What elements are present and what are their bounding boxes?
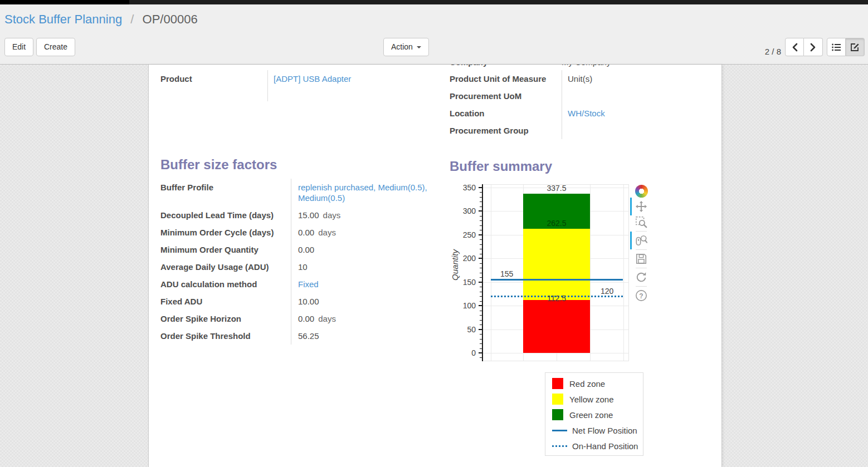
field-value-cell: Fixed — [291, 276, 433, 293]
product-group-right: Product Unit of MeasureUnit(s)Procuremen… — [450, 70, 711, 139]
field-label: Fixed ADU — [160, 293, 291, 310]
y-major-tick — [479, 210, 482, 212]
pan-icon[interactable] — [634, 199, 648, 214]
field-value-cell: Unit(s) — [562, 70, 712, 87]
form-view-button[interactable] — [846, 38, 865, 56]
legend-item[interactable]: Yellow zone — [552, 394, 637, 405]
y-minor-tick — [480, 343, 482, 344]
pager-previous-button[interactable] — [785, 38, 804, 56]
y-minor-tick — [480, 311, 482, 311]
control-panel: Stock Buffer Planning / OP/00006 Edit Cr… — [0, 4, 868, 64]
y-minor-tick — [480, 244, 482, 245]
field-row: Order Spike Horizon0.00days — [160, 310, 433, 327]
y-minor-tick — [480, 315, 482, 316]
h-gridline — [483, 353, 628, 353]
green-zone-swatch — [552, 409, 563, 420]
legend-item[interactable]: Green zone — [552, 409, 637, 420]
action-dropdown-label: Action — [391, 42, 413, 51]
field-value-link[interactable]: WH/Stock — [568, 109, 605, 118]
field-row: Buffer Profilereplenish purchased, Mediu… — [160, 179, 433, 207]
field-label: Procurement UoM — [450, 87, 562, 105]
y-minor-tick — [480, 320, 482, 321]
on-hand-position-swatch — [552, 445, 567, 447]
legend-item[interactable]: Net Flow Position — [552, 425, 637, 436]
wheel-zoom-icon[interactable] — [634, 233, 648, 248]
section-title-buffer-summary: Buffer summary — [450, 159, 552, 174]
chart-value-label: 262.5 — [547, 219, 566, 228]
chart-value-label: 112.5 — [547, 294, 566, 303]
top-menu-bar-segment — [0, 0, 129, 4]
field-value-cell: 0.00days — [291, 310, 433, 327]
y-minor-tick — [480, 249, 482, 249]
yellow-zone — [523, 229, 590, 299]
field-row: Average Daily Usage (ADU)10 — [160, 258, 433, 276]
field-value: 10.00 — [298, 297, 319, 306]
legend-item[interactable]: Red zone — [552, 378, 637, 389]
chart-value-label: 155 — [500, 270, 513, 278]
breadcrumb: Stock Buffer Planning / OP/00006 — [4, 11, 198, 28]
y-axis-title: Quantity — [450, 232, 461, 298]
field-row: Fixed ADU10.00 — [160, 293, 433, 310]
help-icon[interactable]: ? — [634, 288, 648, 303]
y-minor-tick — [480, 325, 482, 325]
field-value-cell: 10 — [291, 258, 433, 276]
save-icon[interactable] — [634, 252, 648, 266]
field-value-link[interactable]: replenish purchased, Medium(0.5), Medium… — [298, 183, 427, 203]
field-label-company: Company — [450, 65, 487, 67]
field-row: LocationWH/Stock — [450, 105, 711, 122]
net-flow-position-line — [491, 279, 623, 281]
field-value-cell: replenish purchased, Medium(0.5), Medium… — [291, 179, 433, 207]
field-value-cell — [562, 122, 712, 139]
field-value-suffix: days — [323, 210, 341, 220]
breadcrumb-parent-link[interactable]: Stock Buffer Planning — [4, 12, 122, 26]
field-row: Procurement Group — [450, 122, 711, 139]
chart-toolbar: ? — [632, 183, 651, 303]
y-minor-tick — [480, 287, 482, 287]
action-dropdown-button[interactable]: Action — [383, 38, 429, 56]
field-value-link[interactable]: Fixed — [298, 279, 319, 289]
toolbar-separator — [636, 231, 647, 232]
list-icon — [832, 43, 841, 51]
v-gridline — [623, 185, 624, 361]
chart-plot-area[interactable]: 050100150200250300350Quantity337.5262.51… — [448, 183, 655, 372]
field-value-cell: 0.00days — [291, 224, 433, 241]
edit-button[interactable]: Edit — [4, 38, 33, 56]
field-value: 0.00 — [298, 245, 314, 254]
reset-icon[interactable] — [634, 270, 648, 284]
create-button[interactable]: Create — [36, 38, 75, 56]
field-row: Decoupled Lead Time (days)15.00days — [160, 207, 433, 224]
form-view-background: Company My Company Product[ADPT] USB Ada… — [0, 64, 868, 467]
box-zoom-icon[interactable] — [634, 215, 648, 229]
pager-next-button[interactable] — [804, 38, 823, 56]
chevron-right-icon — [810, 43, 816, 52]
y-minor-tick — [480, 230, 482, 230]
field-value-link[interactable]: [ADPT] USB Adapter — [274, 74, 351, 83]
y-minor-tick — [480, 239, 482, 240]
field-value-cell: WH/Stock — [562, 105, 712, 122]
legend-label: Net Flow Position — [572, 426, 637, 435]
legend-label: Red zone — [569, 379, 605, 389]
bokeh-logo-icon[interactable] — [634, 184, 648, 198]
y-minor-tick — [480, 263, 482, 264]
field-value: 0.00 — [298, 228, 314, 237]
y-tick-label: 50 — [448, 325, 476, 334]
field-label: Order Spike Threshold — [160, 327, 291, 345]
field-value-suffix: days — [318, 228, 336, 237]
field-value: 15.00 — [298, 210, 319, 220]
yellow-zone-swatch — [552, 394, 563, 405]
field-value-company: My Company — [562, 65, 611, 67]
field-value-suffix: days — [318, 314, 336, 323]
legend-item[interactable]: On-Hand Position — [552, 440, 637, 451]
field-value: Unit(s) — [568, 74, 592, 83]
buffer-summary-chart: 050100150200250300350Quantity337.5262.51… — [448, 183, 655, 461]
y-minor-tick — [480, 201, 482, 202]
breadcrumb-current: OP/00006 — [143, 12, 198, 26]
toolbar-separator — [636, 249, 647, 250]
y-minor-tick — [480, 216, 482, 217]
field-row: Minimum Order Cycle (days)0.00days — [160, 224, 433, 241]
field-row: Product Unit of MeasureUnit(s) — [450, 70, 711, 87]
field-label: Procurement Group — [450, 122, 562, 139]
y-major-tick — [479, 187, 482, 188]
pager-counter: 2 / 8 — [753, 42, 781, 61]
list-view-button[interactable] — [827, 38, 846, 56]
